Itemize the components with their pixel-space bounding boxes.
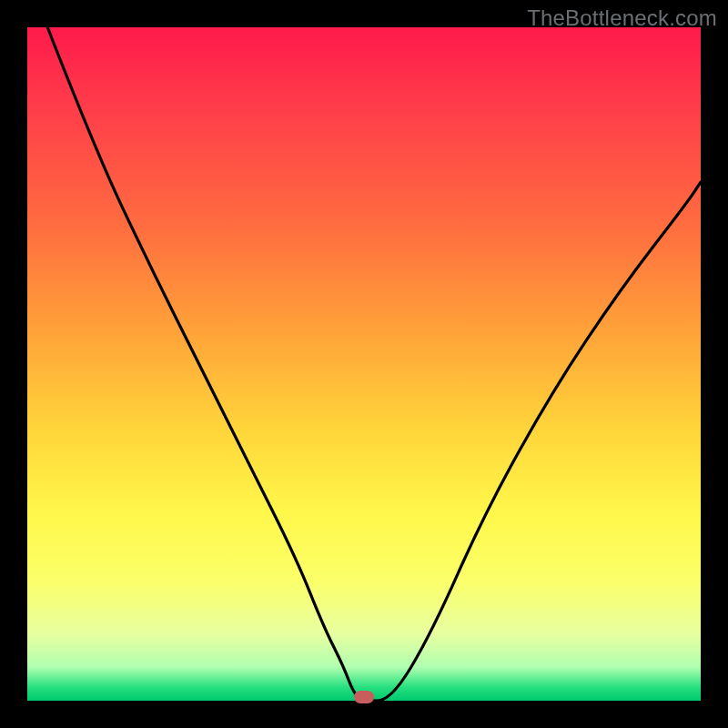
plot-area <box>27 27 701 701</box>
chart-frame: TheBottleneck.com <box>0 0 728 728</box>
optimum-marker <box>354 691 374 703</box>
watermark-text: TheBottleneck.com <box>527 5 717 31</box>
bottleneck-curve <box>27 27 701 701</box>
